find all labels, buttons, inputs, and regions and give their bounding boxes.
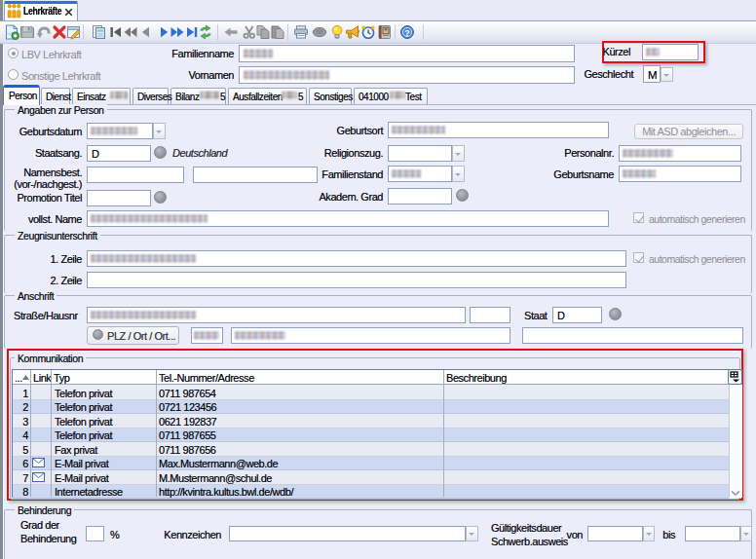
svg-text:?: ? bbox=[404, 27, 410, 38]
